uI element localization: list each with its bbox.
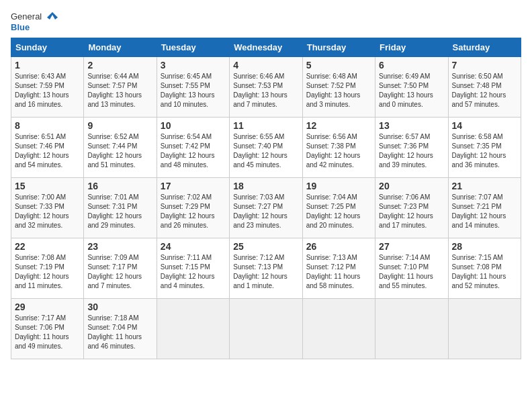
calendar-body: 1 Sunrise: 6:43 AMSunset: 7:59 PMDayligh… <box>11 57 521 359</box>
day-number: 1 <box>15 60 80 71</box>
calendar-cell: 14 Sunrise: 6:58 AMSunset: 7:35 PMDaylig… <box>448 118 521 178</box>
calendar-table: SundayMondayTuesdayWednesdayThursdayFrid… <box>11 38 521 359</box>
logo-general-text: General <box>11 12 42 21</box>
day-number: 17 <box>161 181 226 191</box>
cell-details: Sunrise: 6:45 AMSunset: 7:55 PMDaylight:… <box>161 73 215 108</box>
calendar-cell: 9 Sunrise: 6:52 AMSunset: 7:44 PMDayligh… <box>84 118 157 178</box>
calendar-cell: 13 Sunrise: 6:57 AMSunset: 7:36 PMDaylig… <box>375 118 448 178</box>
calendar-cell: 7 Sunrise: 6:50 AMSunset: 7:48 PMDayligh… <box>448 57 521 118</box>
cell-details: Sunrise: 6:52 AMSunset: 7:44 PMDaylight:… <box>87 133 142 169</box>
cell-details: Sunrise: 6:46 AMSunset: 7:53 PMDaylight:… <box>233 73 287 108</box>
cell-details: Sunrise: 6:55 AMSunset: 7:40 PMDaylight:… <box>233 133 287 169</box>
header: General Blue <box>11 11 521 32</box>
calendar-cell <box>157 299 229 359</box>
calendar-cell: 6 Sunrise: 6:49 AMSunset: 7:50 PMDayligh… <box>375 57 448 118</box>
calendar-cell: 24 Sunrise: 7:11 AMSunset: 7:15 PMDaylig… <box>157 238 229 299</box>
cell-details: Sunrise: 7:03 AMSunset: 7:27 PMDaylight:… <box>233 193 287 229</box>
calendar-cell: 17 Sunrise: 7:02 AMSunset: 7:29 PMDaylig… <box>157 178 229 238</box>
header-day-sunday: Sunday <box>11 38 84 57</box>
cell-details: Sunrise: 6:56 AMSunset: 7:38 PMDaylight:… <box>306 133 361 169</box>
day-number: 5 <box>306 60 371 71</box>
calendar-cell: 5 Sunrise: 6:48 AMSunset: 7:52 PMDayligh… <box>302 57 375 118</box>
calendar-week-row: 22 Sunrise: 7:08 AMSunset: 7:19 PMDaylig… <box>11 238 521 299</box>
calendar-cell: 30 Sunrise: 7:18 AMSunset: 7:04 PMDaylig… <box>84 299 157 359</box>
cell-details: Sunrise: 7:04 AMSunset: 7:25 PMDaylight:… <box>306 193 361 229</box>
logo-bird-icon <box>43 11 58 23</box>
cell-details: Sunrise: 7:02 AMSunset: 7:29 PMDaylight:… <box>161 193 215 229</box>
cell-details: Sunrise: 7:09 AMSunset: 7:17 PMDaylight:… <box>87 254 142 289</box>
cell-details: Sunrise: 6:49 AMSunset: 7:50 PMDaylight:… <box>379 73 433 108</box>
calendar-week-row: 1 Sunrise: 6:43 AMSunset: 7:59 PMDayligh… <box>11 57 521 118</box>
day-number: 16 <box>87 181 152 191</box>
cell-details: Sunrise: 6:48 AMSunset: 7:52 PMDaylight:… <box>306 73 361 108</box>
cell-details: Sunrise: 6:44 AMSunset: 7:57 PMDaylight:… <box>87 73 142 108</box>
calendar-cell: 23 Sunrise: 7:09 AMSunset: 7:17 PMDaylig… <box>84 238 157 299</box>
day-number: 22 <box>15 241 80 252</box>
day-number: 4 <box>233 60 298 71</box>
day-number: 14 <box>452 120 517 131</box>
calendar-cell: 21 Sunrise: 7:07 AMSunset: 7:21 PMDaylig… <box>448 178 521 238</box>
day-number: 11 <box>233 120 298 131</box>
day-number: 25 <box>233 241 298 252</box>
calendar-week-row: 15 Sunrise: 7:00 AMSunset: 7:33 PMDaylig… <box>11 178 521 238</box>
day-number: 26 <box>306 241 371 252</box>
day-number: 29 <box>15 302 80 312</box>
cell-details: Sunrise: 7:06 AMSunset: 7:23 PMDaylight:… <box>379 193 433 229</box>
day-number: 20 <box>379 181 444 191</box>
cell-details: Sunrise: 6:50 AMSunset: 7:48 PMDaylight:… <box>452 73 506 108</box>
cell-details: Sunrise: 6:57 AMSunset: 7:36 PMDaylight:… <box>379 133 433 169</box>
day-number: 10 <box>161 120 226 131</box>
cell-details: Sunrise: 7:11 AMSunset: 7:15 PMDaylight:… <box>161 254 215 289</box>
cell-details: Sunrise: 7:13 AMSunset: 7:12 PMDaylight:… <box>306 254 361 289</box>
calendar-cell: 2 Sunrise: 6:44 AMSunset: 7:57 PMDayligh… <box>84 57 157 118</box>
day-number: 19 <box>306 181 371 191</box>
calendar-cell: 29 Sunrise: 7:17 AMSunset: 7:06 PMDaylig… <box>11 299 84 359</box>
day-number: 24 <box>161 241 226 252</box>
calendar-cell: 19 Sunrise: 7:04 AMSunset: 7:25 PMDaylig… <box>302 178 375 238</box>
calendar-cell: 20 Sunrise: 7:06 AMSunset: 7:23 PMDaylig… <box>375 178 448 238</box>
header-day-monday: Monday <box>84 38 157 57</box>
cell-details: Sunrise: 7:08 AMSunset: 7:19 PMDaylight:… <box>15 254 69 289</box>
day-number: 21 <box>452 181 517 191</box>
calendar-cell: 27 Sunrise: 7:14 AMSunset: 7:10 PMDaylig… <box>375 238 448 299</box>
calendar-cell: 3 Sunrise: 6:45 AMSunset: 7:55 PMDayligh… <box>157 57 229 118</box>
calendar-cell: 25 Sunrise: 7:12 AMSunset: 7:13 PMDaylig… <box>230 238 302 299</box>
header-day-thursday: Thursday <box>302 38 375 57</box>
calendar-cell: 8 Sunrise: 6:51 AMSunset: 7:46 PMDayligh… <box>11 118 84 178</box>
calendar-week-row: 8 Sunrise: 6:51 AMSunset: 7:46 PMDayligh… <box>11 118 521 178</box>
day-number: 28 <box>452 241 517 252</box>
cell-details: Sunrise: 7:07 AMSunset: 7:21 PMDaylight:… <box>452 193 506 229</box>
cell-details: Sunrise: 7:15 AMSunset: 7:08 PMDaylight:… <box>452 254 506 289</box>
logo: General Blue <box>11 11 58 32</box>
day-number: 30 <box>87 302 152 312</box>
day-number: 12 <box>306 120 371 131</box>
calendar-cell: 18 Sunrise: 7:03 AMSunset: 7:27 PMDaylig… <box>230 178 302 238</box>
calendar-cell: 1 Sunrise: 6:43 AMSunset: 7:59 PMDayligh… <box>11 57 84 118</box>
day-number: 2 <box>87 60 152 71</box>
day-number: 8 <box>15 120 80 131</box>
calendar-cell: 10 Sunrise: 6:54 AMSunset: 7:42 PMDaylig… <box>157 118 229 178</box>
calendar-cell: 28 Sunrise: 7:15 AMSunset: 7:08 PMDaylig… <box>448 238 521 299</box>
calendar-cell: 11 Sunrise: 6:55 AMSunset: 7:40 PMDaylig… <box>230 118 302 178</box>
cell-details: Sunrise: 6:54 AMSunset: 7:42 PMDaylight:… <box>161 133 215 169</box>
header-day-wednesday: Wednesday <box>230 38 302 57</box>
day-number: 18 <box>233 181 298 191</box>
day-number: 23 <box>87 241 152 252</box>
header-day-friday: Friday <box>375 38 448 57</box>
cell-details: Sunrise: 7:18 AMSunset: 7:04 PMDaylight:… <box>87 314 142 350</box>
calendar-cell <box>230 299 302 359</box>
calendar-cell: 22 Sunrise: 7:08 AMSunset: 7:19 PMDaylig… <box>11 238 84 299</box>
cell-details: Sunrise: 6:43 AMSunset: 7:59 PMDaylight:… <box>15 73 69 108</box>
calendar-cell: 16 Sunrise: 7:01 AMSunset: 7:31 PMDaylig… <box>84 178 157 238</box>
calendar-cell: 4 Sunrise: 6:46 AMSunset: 7:53 PMDayligh… <box>230 57 302 118</box>
cell-details: Sunrise: 7:12 AMSunset: 7:13 PMDaylight:… <box>233 254 287 289</box>
cell-details: Sunrise: 7:00 AMSunset: 7:33 PMDaylight:… <box>15 193 69 229</box>
svg-marker-0 <box>47 12 58 19</box>
day-number: 7 <box>452 60 517 71</box>
day-number: 13 <box>379 120 444 131</box>
calendar-header-row: SundayMondayTuesdayWednesdayThursdayFrid… <box>11 38 521 57</box>
day-number: 15 <box>15 181 80 191</box>
header-day-saturday: Saturday <box>448 38 521 57</box>
cell-details: Sunrise: 6:51 AMSunset: 7:46 PMDaylight:… <box>15 133 69 169</box>
logo-blue-text: Blue <box>11 23 30 32</box>
